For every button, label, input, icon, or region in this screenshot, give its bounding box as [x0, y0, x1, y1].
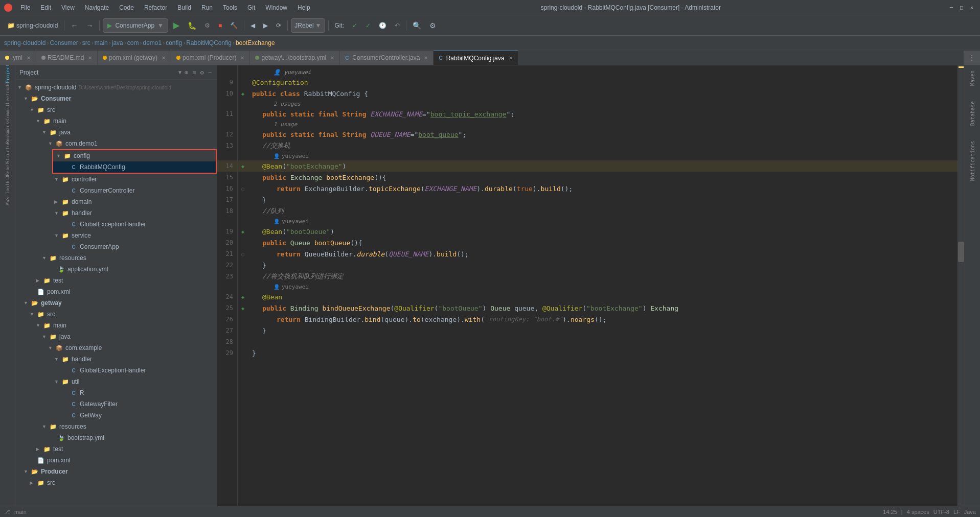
breadcrumb-main[interactable]: main [95, 39, 108, 46]
linesep-indicator[interactable]: LF [953, 509, 960, 515]
git-clock-button[interactable]: 🕐 [376, 18, 390, 33]
window-controls[interactable]: ─ □ ✕ [947, 4, 976, 12]
breadcrumb-consumer[interactable]: Consumer [50, 39, 78, 46]
minimize-button[interactable]: ─ [947, 4, 955, 12]
stop-button[interactable]: ■ [215, 18, 225, 33]
panel-flatten-button[interactable]: ≡ [191, 68, 197, 77]
code-area[interactable]: 👤 yueyawei @Configuration public class R… [248, 65, 958, 506]
menu-bar[interactable]: File Edit View Navigate Code Refactor Bu… [16, 3, 314, 12]
bookmarks-icon[interactable]: Bookmarks [2, 126, 14, 138]
aws-toolkit-icon[interactable]: AWS Toolkit [2, 184, 14, 196]
commit-icon[interactable]: Commit [2, 106, 14, 119]
tree-consumer-com-demo1[interactable]: ▼ 📦 com.demo1 [15, 138, 217, 149]
tab-close[interactable]: ✕ [509, 55, 513, 61]
tab-close[interactable]: ✕ [240, 55, 244, 61]
run-config-selector[interactable]: ▶ ConsumerApp ▼ [103, 18, 168, 33]
tree-getway-getway[interactable]: C GetWay [15, 410, 217, 421]
maven-panel-tab[interactable]: Maven [969, 67, 976, 89]
tree-getway-test[interactable]: ▶ 📁 test [15, 443, 217, 455]
structure-icon[interactable]: Structure [2, 145, 14, 157]
menu-edit[interactable]: Edit [36, 3, 55, 12]
tree-consumer-service[interactable]: ▼ 📁 service [15, 230, 217, 241]
tree-consumer-main[interactable]: ▼ 📁 main [15, 115, 217, 127]
tab-close[interactable]: ✕ [162, 55, 166, 61]
menu-build[interactable]: Build [173, 3, 195, 12]
database-panel-tab[interactable]: Database [969, 98, 976, 129]
tree-producer-src[interactable]: ▶ 📁 src [15, 477, 217, 488]
tree-item-root[interactable]: ▼ 📦 spring-cloudold D:\Users\worker\Desk… [15, 82, 217, 93]
tree-getway-main[interactable]: ▼ 📁 main [15, 320, 217, 331]
tree-getway-src[interactable]: ▼ 📁 src [15, 309, 217, 320]
close-button[interactable]: ✕ [968, 4, 976, 12]
jrebel-button[interactable]: JRebel ▼ [291, 18, 325, 33]
back-nav-button[interactable]: ◀ [247, 18, 258, 33]
menu-refactor[interactable]: Refactor [140, 3, 171, 12]
tree-consumer-pom[interactable]: 📄 pom.xml [15, 286, 217, 297]
menu-git[interactable]: Git [243, 3, 259, 12]
leetcode-icon[interactable]: Leetcode [2, 87, 14, 99]
menu-code[interactable]: Code [115, 3, 138, 12]
tab-close[interactable]: ✕ [330, 55, 334, 61]
tab-pom-getway[interactable]: pom.xml (getway) ✕ [98, 51, 171, 65]
rebuild-button[interactable]: 🔨 [227, 18, 241, 33]
settings-button[interactable]: ⚙ [426, 18, 439, 33]
tab-close[interactable]: ✕ [88, 55, 92, 61]
tree-getway-globalexception[interactable]: C GlobalExceptionHandler [15, 365, 217, 376]
tree-consumer-controller[interactable]: ▼ 📁 controller [15, 174, 217, 185]
git-check-button[interactable]: ✓ [349, 18, 360, 33]
tab-pom-producer[interactable]: pom.xml (Producer) ✕ [171, 51, 250, 65]
tree-getway-com-example[interactable]: ▼ 📦 com.example [15, 342, 217, 354]
tree-consumer-rabbitconfig[interactable]: C RabbitMQConfig [53, 161, 216, 173]
tab-close[interactable]: ✕ [424, 55, 428, 61]
tree-getway-bootstrapyml[interactable]: 🍃 bootstrap.yml [15, 432, 217, 443]
scroll-thumb[interactable] [958, 242, 964, 262]
tree-consumer-domain[interactable]: ▶ 📁 domain [15, 196, 217, 207]
menu-window[interactable]: Window [261, 3, 291, 12]
breadcrumb-com[interactable]: com [127, 39, 139, 46]
indent-indicator[interactable]: 4 spaces [907, 509, 929, 515]
tree-producer-module[interactable]: ▼ 📂 Producer [15, 466, 217, 477]
menu-file[interactable]: File [16, 3, 34, 12]
run-button[interactable]: ▶ [170, 18, 183, 33]
tab-rabbitconfig[interactable]: C RabbitMQConfig.java ✕ [434, 51, 518, 65]
tab-bootstrap-yml[interactable]: getway\...\bootstrap.yml ✕ [250, 51, 340, 65]
tree-consumer-consumerapp[interactable]: C ConsumerApp [15, 241, 217, 252]
tree-consumer-src[interactable]: ▼ 📁 src [15, 104, 217, 115]
tab-more-button[interactable]: ⋮ [964, 51, 980, 65]
line-col-indicator[interactable]: 14:25 [883, 509, 897, 515]
coverage-button[interactable]: ⚙ [201, 18, 213, 33]
menu-navigate[interactable]: Navigate [81, 3, 113, 12]
tree-getway-filter[interactable]: C GatewayFilter [15, 398, 217, 410]
panel-locate-button[interactable]: ⊕ [184, 68, 189, 77]
tree-consumer-globalexception[interactable]: C GlobalExceptionHandler [15, 219, 217, 230]
tab-close[interactable]: ✕ [27, 55, 31, 61]
breadcrumb-src[interactable]: src [82, 39, 90, 46]
notifications-panel-tab[interactable]: Notifications [969, 138, 976, 184]
back-button[interactable]: ← [67, 18, 81, 33]
tab-consumer-controller[interactable]: C ConsumerController.java ✕ [340, 51, 434, 65]
tree-consumer-config[interactable]: ▼ 📁 config [53, 150, 216, 161]
git-undo-button[interactable]: ↶ [392, 18, 403, 33]
tree-consumer-test[interactable]: ▶ 📁 test [15, 275, 217, 286]
more-actions-button[interactable]: ⟳ [273, 18, 284, 33]
tree-consumer-java[interactable]: ▼ 📁 java [15, 127, 217, 138]
editor-content[interactable]: 9 10 11 12 13 14 15 16 17 18 19 20 21 22… [217, 65, 965, 506]
search-everywhere-button[interactable]: 🔍 [409, 18, 424, 33]
panel-collapse-button[interactable]: − [207, 68, 213, 77]
menu-view[interactable]: View [57, 3, 79, 12]
menu-run[interactable]: Run [197, 3, 217, 12]
tree-getway-handler[interactable]: ▼ 📁 handler [15, 354, 217, 365]
tree-consumer-consumercontroller[interactable]: C ConsumerController [15, 185, 217, 196]
breadcrumb-demo1[interactable]: demo1 [143, 39, 162, 46]
debug-button[interactable]: 🐛 [185, 18, 199, 33]
editor-scrollbar[interactable] [958, 65, 965, 506]
breadcrumb-project[interactable]: spring-cloudold [4, 39, 45, 46]
project-selector[interactable]: 📁 spring-cloudold [4, 18, 61, 33]
tree-consumer-resources[interactable]: ▼ 📁 resources [15, 252, 217, 264]
tree-getway-java[interactable]: ▼ 📁 java [15, 331, 217, 342]
maximize-button[interactable]: □ [958, 4, 966, 12]
forward-nav-button[interactable]: ▶ [260, 18, 271, 33]
panel-dropdown[interactable]: ▼ [178, 69, 181, 75]
tree-getway-module[interactable]: ▼ 📂 getway [15, 297, 217, 309]
git-check2-button[interactable]: ✓ [362, 18, 374, 33]
